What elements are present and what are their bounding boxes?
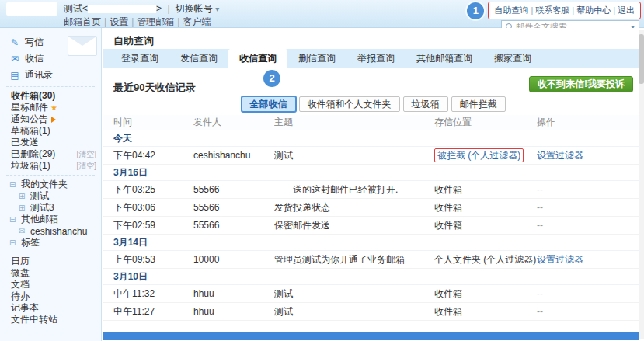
date-group-label: 3月10日 xyxy=(113,271,148,282)
tab-login-query[interactable]: 登录查询 xyxy=(110,49,169,68)
sidebar-item-other-mailboxes[interactable]: ⊟ 其他邮箱 xyxy=(0,214,101,225)
divider xyxy=(6,175,95,176)
query-tabs: 登录查询 发信查询 收信查询 删信查询 举报查询 其他邮箱查询 搬家查询 xyxy=(103,49,639,68)
help-center-link[interactable]: 帮助中心 xyxy=(576,5,611,15)
sidebar-item-notes[interactable]: 记事本 xyxy=(0,302,101,314)
header-operation: 操作 xyxy=(537,116,639,129)
tab-received-query[interactable]: 收信查询 xyxy=(228,49,287,68)
sidebar-item-docs[interactable]: 文档 xyxy=(0,279,101,291)
collapse-icon[interactable]: ⊟ xyxy=(9,180,18,189)
row-sender: 55566 xyxy=(193,184,274,195)
sidebar-item-other-account[interactable]: ✉ ceshishanchu xyxy=(0,225,101,237)
table-row[interactable]: 下午02:59 55566 保密邮件发送 收件箱 -- xyxy=(103,217,639,235)
sidebar-item-calendar[interactable]: 日历 xyxy=(0,256,101,267)
set-filter-link[interactable]: 设置过滤器 xyxy=(537,150,583,161)
header-time: 时间 xyxy=(113,116,193,129)
row-location: 收件箱 xyxy=(434,201,537,214)
complaint-button[interactable]: 收不到来信!我要投诉 xyxy=(529,76,633,92)
empty-folder-link[interactable]: [清空] xyxy=(76,161,96,172)
row-operation: -- xyxy=(537,220,543,231)
step-1-badge: 1 xyxy=(467,2,484,19)
filter-blocked[interactable]: 邮件拦截 xyxy=(451,96,506,112)
divider xyxy=(6,86,95,87)
sidebar-item-drive[interactable]: 微盘 xyxy=(0,267,101,279)
step-2-badge: 2 xyxy=(263,70,280,87)
row-subject: 测试 xyxy=(274,305,434,318)
sidebar-main-menu: ✎ 写信 ✉ 收信 ▤ 通讯录 xyxy=(0,28,101,83)
vertical-scrollbar[interactable] xyxy=(639,30,644,339)
table-row[interactable]: 中午11:32 hhuu 测试 收件箱 -- xyxy=(103,285,639,303)
collapse-icon[interactable]: ⊟ xyxy=(9,215,18,224)
row-sender: hhuu xyxy=(193,306,274,317)
sidebar-item-my-folders[interactable]: ⊟ 我的文件夹 xyxy=(0,179,101,190)
account-line: 测试<> | 切换帐号 ▾ xyxy=(64,3,219,14)
self-service-query-link[interactable]: 自助查询 xyxy=(494,5,528,15)
expand-icon[interactable]: ⊞ xyxy=(19,192,27,200)
table-row[interactable]: 上午09:53 10000 管理员测试为你开通了业务邮箱 个人文件夹 (个人过滤… xyxy=(103,251,639,269)
contact-support-link[interactable]: 联系客服 xyxy=(535,5,569,15)
contacts-button[interactable]: ▤ 通讯录 xyxy=(0,67,101,83)
row-location: 收件箱 xyxy=(434,183,537,197)
filter-junk[interactable]: 垃圾箱 xyxy=(403,96,448,112)
chevron-down-icon[interactable]: ▾ xyxy=(215,5,219,13)
divider xyxy=(6,252,95,252)
logo-placeholder xyxy=(6,2,57,16)
separator: | xyxy=(572,5,574,15)
empty-folder-link[interactable]: [清空] xyxy=(76,149,96,160)
row-subject: 保密邮件发送 xyxy=(274,219,434,232)
row-location: 个人文件夹 (个人过滤器) xyxy=(434,253,537,266)
sidebar-item-inbox[interactable]: 收件箱(30) xyxy=(0,90,101,102)
separator: | xyxy=(531,5,533,15)
sidebar-item-announcements[interactable]: 通知公告 xyxy=(0,113,101,125)
tab-deleted-query[interactable]: 删信查询 xyxy=(287,49,346,68)
sidebar-item-sent[interactable]: 已发送 xyxy=(0,137,101,148)
table-row[interactable]: 中午11:27 hhuu 测试 收件箱 -- xyxy=(103,303,639,321)
nav-mail-home[interactable]: 邮箱首页 xyxy=(64,16,101,27)
sidebar-item-starred[interactable]: 星标邮件 ★ xyxy=(0,102,101,113)
scrollbar-thumb[interactable] xyxy=(639,34,644,84)
table-row[interactable]: 下午04:42 ceshishanchu 测试 被拦截 (个人过滤器) 设置过滤… xyxy=(103,147,639,165)
row-location: 收件箱 xyxy=(434,305,537,318)
nav-manage-mail[interactable]: 管理邮箱 xyxy=(137,16,174,27)
date-group-label: 3月14日 xyxy=(113,237,148,248)
page: 测试<> | 切换帐号 ▾ 邮箱首页|设置|管理邮箱|客户端 1 自助查询|联系… xyxy=(0,0,644,341)
tab-other-mailbox-query[interactable]: 其他邮箱查询 xyxy=(406,49,483,68)
receive-mail-button[interactable]: ✉ 收信 xyxy=(0,50,101,67)
row-time: 中午11:27 xyxy=(113,305,193,318)
filter-all-received[interactable]: 全部收信 xyxy=(242,96,296,112)
sidebar-item-drafts[interactable]: 草稿箱(1) xyxy=(0,125,101,137)
date-group-label: 今天 xyxy=(113,133,132,144)
sidebar-item-tags[interactable]: ⊟ 标签 xyxy=(0,237,101,249)
header-sender: 发件人 xyxy=(193,116,274,129)
set-filter-link[interactable]: 设置过滤器 xyxy=(537,254,583,265)
received-mail-table: 时间 发件人 主题 存信位置 操作 今天 下午04:42 ceshishanch… xyxy=(103,115,639,330)
compose-label: 写信 xyxy=(25,36,44,49)
date-group-label: 3月16日 xyxy=(113,167,148,178)
sidebar-item-file-transfer[interactable]: 文件中转站 xyxy=(0,314,101,325)
filter-inbox-and-personal[interactable]: 收件箱和个人文件夹 xyxy=(299,96,400,112)
collapse-icon[interactable]: ⊟ xyxy=(9,238,18,247)
sidebar-item-todo[interactable]: 待办 xyxy=(0,291,101,302)
row-time: 上午09:53 xyxy=(113,253,193,266)
sidebar-item-folder-test3[interactable]: ⊞ 测试3 xyxy=(0,202,101,214)
compose-button[interactable]: ✎ 写信 xyxy=(0,34,101,50)
row-subject: 测试 xyxy=(274,149,434,162)
sidebar-item-junk[interactable]: 垃圾箱(1) [清空] xyxy=(0,160,101,172)
sidebar-item-deleted[interactable]: 已删除(29) [清空] xyxy=(0,148,101,160)
date-group-row: 3月10日 xyxy=(103,269,639,285)
tab-report-query[interactable]: 举报查询 xyxy=(346,49,406,68)
row-location-blocked-link[interactable]: 被拦截 (个人过滤器) xyxy=(434,148,524,162)
switch-account-link[interactable]: 切换帐号 xyxy=(176,3,213,14)
nav-client[interactable]: 客户端 xyxy=(183,16,211,27)
announcement-horn-icon xyxy=(51,117,56,123)
folder-tree: ⊟ 我的文件夹 ⊞ 测试 ⊞ 测试3 ⊟ 其他邮箱 ✉ ceshishanchu… xyxy=(0,179,101,249)
expand-icon[interactable]: ⊞ xyxy=(19,204,27,212)
tab-sent-query[interactable]: 发信查询 xyxy=(169,49,228,68)
table-row[interactable]: 下午03:06 55566 发货投递状态 收件箱 -- xyxy=(103,199,639,217)
table-header-row: 时间 发件人 主题 存信位置 操作 xyxy=(103,115,639,130)
nav-settings[interactable]: 设置 xyxy=(110,16,128,27)
logout-link[interactable]: 退出 xyxy=(618,5,635,15)
table-row[interactable]: 下午03:25 55566 送的这封邮件已经被打开. 收件箱 -- xyxy=(103,181,639,199)
sidebar-item-folder-test[interactable]: ⊞ 测试 xyxy=(0,190,101,202)
tab-migration-query[interactable]: 搬家查询 xyxy=(483,49,542,68)
